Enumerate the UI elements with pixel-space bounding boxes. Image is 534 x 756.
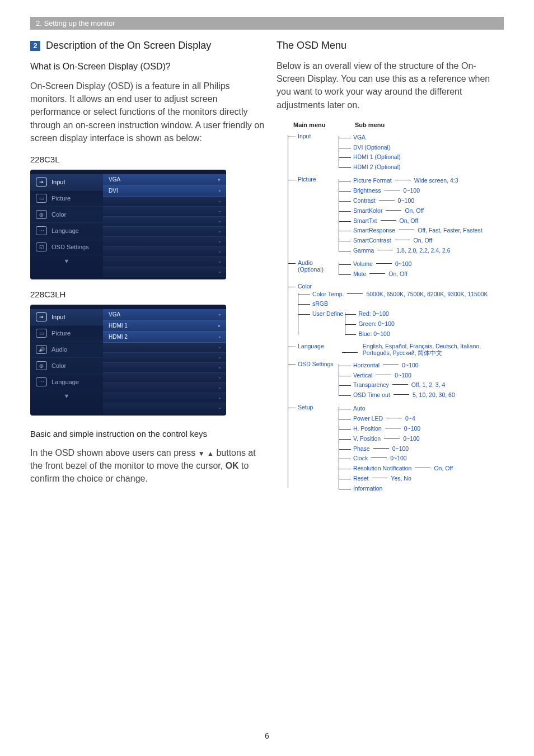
picture-icon: ▭ <box>36 329 47 338</box>
language-icon: ⋯ <box>36 377 47 386</box>
input-icon: ⇥ <box>36 178 47 186</box>
right-title: The OSD Menu <box>277 40 504 52</box>
osd-option-blank: • <box>103 227 226 237</box>
color-icon: ◍ <box>36 210 47 219</box>
language-icon: ⋯ <box>36 226 47 235</box>
osd-option-dvi: DVI• <box>103 185 226 197</box>
osd-menu-language: ⋯Language <box>30 223 103 239</box>
header-bar: 2. Setting up the monitor <box>30 17 504 30</box>
osd-option-hdmi2: HDMI 2• <box>103 332 226 343</box>
tree-node-input: Input VGA DVI (Optional) HDMI 1 (Optiona… <box>288 133 504 172</box>
picture-icon: ▭ <box>36 194 47 203</box>
osd-option-blank: • <box>103 217 226 227</box>
osd-option-vga: VGA• <box>103 309 226 320</box>
osd-option-blank: • <box>103 353 226 363</box>
osd-menu-input: ⇥Input <box>30 174 103 190</box>
osd-option-vga: VGA▸ <box>103 174 226 185</box>
osd-option-blank: • <box>103 197 226 207</box>
triangle-down-icon: ▼ <box>198 449 205 459</box>
osd-screenshot-228c3l: ⇥Input ▭Picture ◍Color ⋯Language ◱OSD Se… <box>30 170 226 279</box>
osd-option-blank: • <box>103 363 226 373</box>
osd-menu-audio: 🔊Audio <box>30 342 103 358</box>
osd-option-blank: • <box>103 373 226 383</box>
section-number: 2 <box>30 41 40 51</box>
osd-option-blank: • <box>103 267 226 277</box>
osd-option-blank: • <box>103 247 226 257</box>
color-icon: ◍ <box>36 361 47 370</box>
osd-screenshot-228c3lh: ⇥Input ▭Picture 🔊Audio ◍Color ⋯Language … <box>30 305 226 416</box>
osd-menu-osd-settings: ◱OSD Settings <box>30 239 103 255</box>
tree-node-picture: Picture Picture FormatWide screen, 4:3 B… <box>288 176 504 256</box>
osd-down-arrow: ▼ <box>30 255 103 267</box>
osd-menu-tree: Main menu Sub menu Input VGA DVI (Option… <box>277 122 504 494</box>
osd-menu-input: ⇥Input <box>30 309 103 325</box>
tree-node-osd-settings: OSD Settings Horizontal0~100 Vertical0~1… <box>288 361 504 400</box>
audio-icon: 🔊 <box>36 345 47 354</box>
osd-option-blank: • <box>103 237 226 247</box>
osd-menu-color: ◍Color <box>30 358 103 374</box>
right-paragraph: Below is an overall view of the structur… <box>277 59 504 111</box>
tree-header-main: Main menu <box>293 122 338 128</box>
subheading-what-is-osd: What is On-Screen Display (OSD)? <box>30 62 265 72</box>
input-icon: ⇥ <box>36 312 47 321</box>
tree-header-sub: Sub menu <box>355 122 385 128</box>
tree-node-setup: Setup Auto Power LED0~4 H. Position0~100… <box>288 404 504 494</box>
instruction-title: Basic and simple instruction on the cont… <box>30 429 265 438</box>
section-title: 2 Description of the On Screen Display <box>30 40 265 52</box>
triangle-up-icon: ▲ <box>207 449 214 459</box>
model-label-a: 228C3L <box>30 155 265 164</box>
osd-menu-color: ◍Color <box>30 207 103 223</box>
ok-label: OK <box>226 461 239 470</box>
page-number: 6 <box>0 731 534 740</box>
osd-menu-picture: ▭Picture <box>30 190 103 207</box>
osd-down-arrow: ▼ <box>30 390 103 402</box>
instruction-body: In the OSD shown above users can press ▼… <box>30 446 265 486</box>
settings-icon: ◱ <box>36 242 47 251</box>
osd-menu-language: ⋯Language <box>30 374 103 390</box>
paragraph-what-is-osd: On-Screen Display (OSD) is a feature in … <box>30 80 265 144</box>
section-title-text: Description of the On Screen Display <box>46 40 211 51</box>
tree-node-audio: Audio(Optional) Volume0~100 MuteOn, Off <box>288 259 504 279</box>
osd-option-blank: • <box>103 403 226 413</box>
osd-option-blank: • <box>103 343 226 353</box>
osd-menu-picture: ▭Picture <box>30 325 103 342</box>
model-label-b: 228C3LH <box>30 290 265 299</box>
osd-option-blank: • <box>103 383 226 393</box>
osd-option-blank: • <box>103 207 226 217</box>
tree-node-color: Color Color Temp.5000K, 6500K, 7500K, 82… <box>288 283 504 339</box>
osd-option-hdmi1: HDMI 1▸ <box>103 320 226 332</box>
tree-node-language: Language English, Español, Français, Deu… <box>288 343 504 357</box>
osd-option-blank: • <box>103 257 226 267</box>
osd-option-blank: • <box>103 393 226 403</box>
